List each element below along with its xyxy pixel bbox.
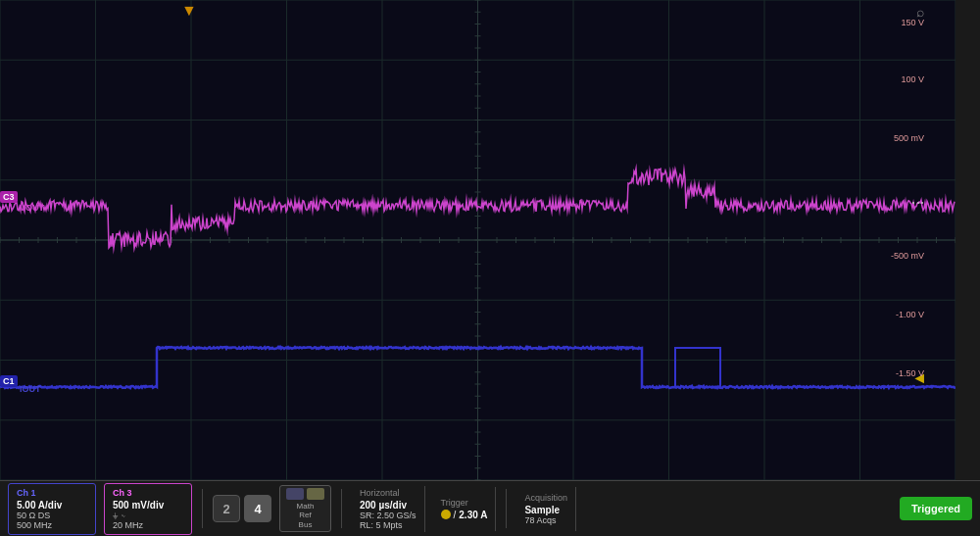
- acquisition-mode: Sample: [524, 505, 567, 515]
- acquisition-section: Acquisition Sample 78 Acqs: [516, 487, 576, 531]
- math-color-indicator: [286, 488, 304, 500]
- ch1-label: Ch 1: [17, 488, 87, 498]
- ch3-bandwidth: 20 MHz: [113, 520, 183, 530]
- iout-label: IOUT: [20, 384, 41, 394]
- trigger-level: 2.30 A: [459, 510, 487, 520]
- acquisition-title: Acquisition: [524, 493, 567, 503]
- ch3-label: Ch 3: [113, 488, 183, 498]
- horizontal-title: Horizontal: [360, 488, 416, 498]
- triggered-status-button[interactable]: Triggered: [900, 497, 972, 520]
- horizontal-sr: SR: 2.50 GS/s: [360, 511, 416, 520]
- y-label-neg150v: -1.50 V: [896, 368, 924, 378]
- ch3-marker: C3: [0, 191, 18, 203]
- ch3-vdiv: 500 mV/div: [113, 500, 183, 511]
- button-4[interactable]: 4: [244, 495, 271, 522]
- ch1-marker: C1: [0, 375, 18, 387]
- ch3-info-panel: Ch 3 500 mV/div ⏚ ∿ 20 MHz: [104, 483, 192, 535]
- ref-color-indicator: [307, 488, 324, 500]
- right-sidebar: [956, 0, 980, 480]
- ch1-bandwidth: 500 MHz: [17, 520, 87, 530]
- horizontal-rl: RL: 5 Mpts: [360, 520, 416, 530]
- oscilloscope-display: C3 C1 VOUT IOUT ▼ ⌕ ⋮ ◄ 150 V 100 V 500 …: [0, 0, 980, 536]
- y-label-neg500mv: -500 mV: [891, 251, 924, 261]
- trigger-section: Trigger / 2.30 A: [433, 487, 497, 531]
- button-2[interactable]: 2: [213, 495, 240, 522]
- ch3-coupling: ⏚ ∿: [113, 511, 183, 520]
- ch1-info-panel: Ch 1 5.00 A/div 50 Ω DS 500 MHz: [8, 483, 96, 535]
- trigger-ch-indicator: [441, 510, 451, 519]
- y-label-neg100v: -1.00 V: [896, 310, 924, 319]
- math-ref-bus-label: MathRefBus: [297, 502, 315, 530]
- horizontal-section: Horizontal 200 µs/div SR: 2.50 GS/s RL: …: [352, 486, 425, 532]
- oscilloscope-screen: C3 C1 VOUT IOUT ▼ ⌕ ⋮ ◄ 150 V 100 V 500 …: [0, 0, 956, 480]
- channel-select-buttons: 2 4: [213, 495, 271, 522]
- acquisition-count: 78 Acqs: [524, 515, 567, 525]
- dots-menu[interactable]: ⋮: [910, 196, 926, 212]
- y-label-150v: 150 V: [901, 18, 924, 27]
- divider-3: [506, 489, 507, 528]
- ch1-vdiv: 5.00 A/div: [17, 500, 87, 511]
- ch1-impedance: 50 Ω DS: [17, 511, 87, 520]
- vout-label: VOUT: [20, 203, 44, 213]
- top-cursor-marker: ▼: [181, 2, 197, 20]
- y-label-500mv: 500 mV: [894, 133, 924, 143]
- bottom-status-bar: Ch 1 5.00 A/div 50 Ω DS 500 MHz Ch 3 500…: [0, 480, 980, 536]
- grid-canvas: [0, 0, 956, 480]
- math-ref-bus-panel[interactable]: MathRefBus: [279, 485, 331, 533]
- divider-1: [202, 489, 203, 528]
- trigger-slope: /: [454, 510, 457, 520]
- divider-2: [341, 489, 342, 528]
- trigger-title: Trigger: [441, 498, 488, 508]
- y-label-100v: 100 V: [901, 74, 924, 84]
- horizontal-time-div: 200 µs/div: [360, 500, 416, 511]
